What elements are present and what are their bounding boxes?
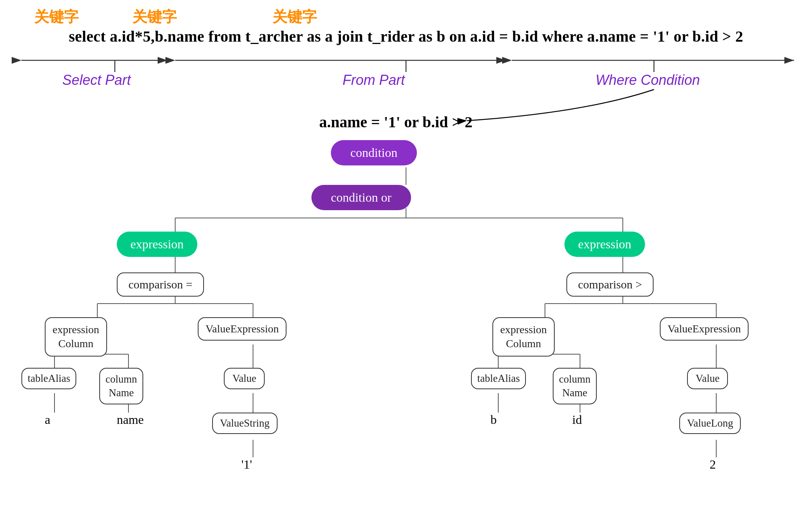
- keyword-where: 关键字: [272, 7, 317, 27]
- value-long-node: ValueLong: [679, 413, 741, 434]
- where-expr-expanded: a.name = '1' or b.id > 2: [319, 113, 473, 131]
- value-string-node: ValueString: [212, 413, 278, 434]
- table-alias-left-node: tableAlias: [21, 368, 76, 389]
- col-name-left-node: columnName: [99, 368, 143, 404]
- table-alias-right-node: tableAlias: [471, 368, 526, 389]
- leaf-b: b: [490, 413, 497, 427]
- where-condition-label: Where Condition: [596, 72, 700, 88]
- value-expr-left-node: ValueExpression: [198, 317, 286, 341]
- comparison-eq-node: comparison =: [117, 272, 204, 297]
- condition-node: condition: [331, 140, 417, 165]
- keyword-from: 关键字: [132, 7, 177, 27]
- main-container: 关键字 关键字 关键字 select a.id*5,b.name from t_…: [0, 0, 812, 520]
- leaf-name-text: name: [117, 413, 144, 427]
- value-right-node: Value: [687, 368, 728, 389]
- where-expr-text: a.name = '1' or b.id > 2: [319, 113, 473, 131]
- leaf-b-text: b: [490, 413, 497, 427]
- leaf-id-text: id: [572, 413, 582, 427]
- expr-col-left-node: expressionColumn: [45, 317, 107, 357]
- leaf-a: a: [45, 413, 50, 427]
- sql-statement: select a.id*5,b.name from t_archer as a …: [0, 27, 812, 46]
- select-part-label: Select Part: [62, 72, 131, 88]
- leaf-quote1-text: '1': [241, 457, 252, 471]
- leaf-a-text: a: [45, 413, 50, 427]
- expression-left-node: expression: [117, 232, 197, 257]
- col-name-right-node: columnName: [553, 368, 597, 404]
- sql-text: select a.id*5,b.name from t_archer as a …: [69, 28, 743, 45]
- expression-right-node: expression: [564, 232, 645, 257]
- keyword-select: 关键字: [34, 7, 79, 27]
- leaf-two-text: 2: [710, 457, 716, 471]
- value-expr-right-node: ValueExpression: [660, 317, 749, 341]
- leaf-quote1: '1': [241, 457, 252, 472]
- leaf-two: 2: [710, 457, 716, 472]
- expr-col-right-node: expressionColumn: [492, 317, 555, 357]
- from-part-label: From Part: [343, 72, 405, 88]
- leaf-name: name: [117, 413, 144, 427]
- value-left-node: Value: [224, 368, 265, 389]
- comparison-gt-node: comparison >: [566, 272, 654, 297]
- leaf-id: id: [572, 413, 582, 427]
- condition-or-node: condition or: [311, 185, 411, 210]
